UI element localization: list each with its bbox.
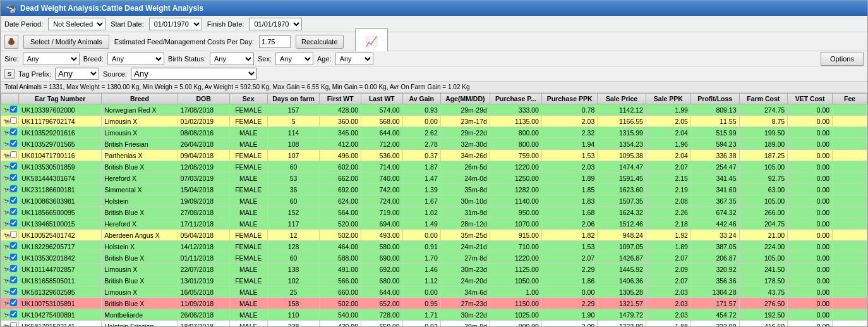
row-checkbox[interactable] <box>10 208 17 215</box>
table-row[interactable]: 🐄UK581444301674Hereford X07/03/2019MALE5… <box>1 173 867 184</box>
cell-first_wt: 602.00 <box>320 161 361 173</box>
filter-row-2: S Tag Prefix: Any Source: Any <box>1 66 867 82</box>
row-checkbox[interactable] <box>10 299 17 306</box>
col-days[interactable]: Days on farm <box>267 94 320 104</box>
birth-status-select[interactable]: Any <box>210 52 254 65</box>
breed-select[interactable]: Any <box>107 52 164 65</box>
select-modify-button[interactable]: Select / Modify Animals <box>23 35 109 49</box>
row-checkbox[interactable] <box>10 151 17 158</box>
row-checkbox-cell[interactable]: 🐄 <box>1 264 19 275</box>
row-checkbox-cell[interactable]: 🐄 <box>1 275 19 287</box>
row-checkbox-cell[interactable]: 🐄 <box>1 173 19 184</box>
row-checkbox[interactable] <box>10 117 17 124</box>
row-checkbox[interactable] <box>10 106 17 113</box>
cell-days: 108 <box>267 139 320 150</box>
row-checkbox[interactable] <box>10 265 17 272</box>
sire-select[interactable]: Any <box>23 52 80 65</box>
animals-table-container[interactable]: Ear Tag Number Breed DOB Sex Days on far… <box>1 93 867 326</box>
sex-select[interactable]: Any <box>275 52 313 65</box>
row-checkbox-cell[interactable]: 🐄 <box>1 184 19 195</box>
col-av-gain[interactable]: Av Gain <box>402 94 440 104</box>
row-checkbox[interactable] <box>10 254 17 261</box>
row-checkbox-cell[interactable]: 🐄 <box>1 218 19 230</box>
col-tag[interactable]: Ear Tag Number <box>19 94 102 104</box>
cell-fee <box>833 309 867 321</box>
row-checkbox-cell[interactable]: 🐄 <box>1 321 19 327</box>
table-row[interactable]: 🐄UK181658505011British Blue X13/01/2019F… <box>1 275 867 287</box>
row-checkbox-cell[interactable]: 🐄 <box>1 161 19 173</box>
source-select[interactable]: Any <box>131 68 257 80</box>
row-checkbox-cell[interactable]: 🐄 <box>1 230 19 241</box>
row-checkbox-cell[interactable]: 🐄 <box>1 298 19 309</box>
row-checkbox[interactable] <box>10 288 17 295</box>
row-checkbox[interactable] <box>10 276 17 283</box>
col-purchase-ppk[interactable]: Purchase PPK <box>541 94 597 104</box>
row-checkbox[interactable] <box>10 311 17 318</box>
table-row[interactable]: 🐄UK182296205717Holstein X14/12/2018FEMAL… <box>1 241 867 252</box>
row-checkbox[interactable] <box>10 242 17 249</box>
row-checkbox-cell[interactable]: 🐄 <box>1 139 19 150</box>
table-row[interactable]: 🐄UK010471700116Parthenias X09/04/2018FEM… <box>1 150 867 161</box>
row-checkbox[interactable] <box>10 128 17 135</box>
col-dob[interactable]: DOB <box>178 94 229 104</box>
table-row[interactable]: 🐄UK103529701565British Friesian26/04/201… <box>1 139 867 150</box>
row-checkbox-cell[interactable]: 🐄 <box>1 127 19 139</box>
col-last-wt[interactable]: Last WT <box>361 94 403 104</box>
table-row[interactable]: 🐄UK581329602595Limousin X16/05/2018MALE2… <box>1 287 867 298</box>
table-row[interactable]: 🐄UK581701502141Holstein Friesian18/07/20… <box>1 321 867 327</box>
col-purchase-p[interactable]: Purchase P... <box>490 94 541 104</box>
table-row[interactable]: 🐄UK100863603981Holstein19/09/2018MALE606… <box>1 195 867 207</box>
table-row[interactable]: 🐄UK101144702857Limousin X22/07/2018MALE1… <box>1 264 867 275</box>
table-row[interactable]: 🐄UK104275400891Montbeliarde26/06/2018MAL… <box>1 309 867 321</box>
table-row[interactable]: 🐄UK139465100015Hereford X17/11/2018MALE1… <box>1 218 867 230</box>
table-row[interactable]: 🐄UK103530201842British Blue X01/11/2018F… <box>1 252 867 264</box>
start-date-select[interactable]: 01/01/1970 <box>149 18 202 30</box>
table-row[interactable]: 🐄UK118566500095British Blue X27/08/2018M… <box>1 207 867 218</box>
row-checkbox-cell[interactable]: 🐄 <box>1 309 19 321</box>
table-row[interactable]: 🐄UK103529201616Limousin X08/08/2016MALE1… <box>1 127 867 139</box>
col-vet-cost[interactable]: VET Cost <box>788 94 833 104</box>
col-sale-ppk[interactable]: Sale PPK <box>646 94 690 104</box>
animal-row-icon: 🐄 <box>3 198 10 205</box>
recalculate-button[interactable]: Recalculate <box>296 35 343 49</box>
row-checkbox[interactable] <box>10 322 17 326</box>
row-checkbox-cell[interactable]: 🐄 <box>1 104 19 116</box>
row-checkbox-cell[interactable]: 🐄 <box>1 150 19 161</box>
row-checkbox[interactable] <box>10 219 17 226</box>
s-button[interactable]: S <box>4 69 15 79</box>
row-checkbox[interactable] <box>10 163 17 170</box>
col-farm-cost[interactable]: Farm Cost <box>739 94 788 104</box>
table-row[interactable]: 🐄UK100753105891British Blue X11/09/2018M… <box>1 298 867 309</box>
row-checkbox[interactable] <box>10 197 17 204</box>
row-checkbox[interactable] <box>10 140 17 147</box>
table-row[interactable]: 🐄UK103530501859British Blue X12/08/2019F… <box>1 161 867 173</box>
row-checkbox[interactable] <box>10 231 17 238</box>
estimated-feed-input[interactable] <box>259 35 291 48</box>
row-checkbox-cell[interactable]: 🐄 <box>1 287 19 298</box>
col-first-wt[interactable]: First WT <box>320 94 361 104</box>
col-breed[interactable]: Breed <box>102 94 178 104</box>
row-checkbox-cell[interactable]: 🐄 <box>1 252 19 264</box>
row-checkbox-cell[interactable]: 🐄 <box>1 207 19 218</box>
col-profit-loss[interactable]: Profit/Loss <box>690 94 739 104</box>
col-sex[interactable]: Sex <box>229 94 267 104</box>
table-row[interactable]: 🐄UK103397602000Norwegian Red X17/08/2018… <box>1 104 867 116</box>
row-checkbox-cell[interactable]: 🐄 <box>1 195 19 207</box>
row-checkbox[interactable] <box>10 185 17 192</box>
tag-prefix-select[interactable]: Any <box>55 68 99 80</box>
row-checkbox-cell[interactable]: 🐄 <box>1 116 19 127</box>
col-age[interactable]: Age(MM/DD) <box>440 94 490 104</box>
table-row[interactable]: 🐄UK111796702174Limousin X01/02/2019FEMAL… <box>1 116 867 127</box>
finish-date-select[interactable]: 01/01/1970 <box>249 18 302 30</box>
date-period-select[interactable]: Not Selected <box>48 18 105 30</box>
row-checkbox-cell[interactable]: 🐄 <box>1 241 19 252</box>
age-select[interactable]: Any <box>335 52 373 65</box>
animal-icon-btn[interactable] <box>4 35 18 49</box>
col-sale-price[interactable]: Sale Price <box>598 94 646 104</box>
col-fee[interactable]: Fee <box>833 94 867 104</box>
table-row[interactable]: 🐄UK100525401742Aberdeen Angus X05/04/201… <box>1 230 867 241</box>
options-button[interactable]: Options <box>821 52 864 66</box>
cell-last_wt: 493.00 <box>361 230 403 241</box>
table-row[interactable]: 🐄UK231186600181Simmental X15/04/2018FEMA… <box>1 184 867 195</box>
row-checkbox[interactable] <box>10 174 17 181</box>
